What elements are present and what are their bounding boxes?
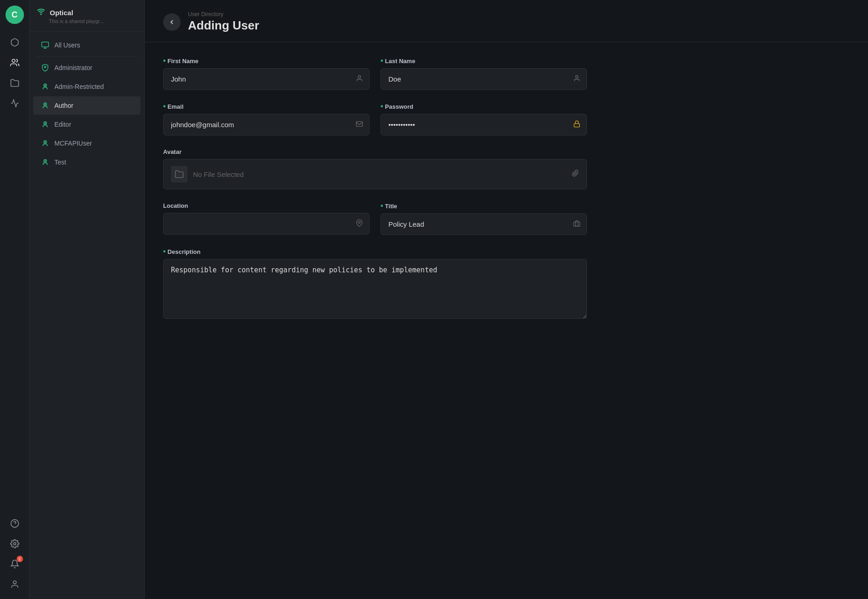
- sidebar-item-author[interactable]: Author: [33, 96, 141, 115]
- folder-upload-icon: [171, 166, 188, 182]
- svg-point-11: [45, 104, 46, 105]
- test-icon: [41, 158, 50, 167]
- avatar-group: Avatar No File Selected: [163, 148, 587, 189]
- editor-icon: [41, 120, 50, 129]
- password-group: • Password: [381, 103, 587, 135]
- all-users-label: All Users: [54, 41, 80, 49]
- title-label: • Title: [381, 202, 587, 210]
- last-name-input-wrap: [381, 68, 587, 90]
- notification-bell[interactable]: 2: [6, 555, 24, 573]
- svg-point-9: [45, 85, 46, 86]
- no-file-text: No File Selected: [193, 170, 566, 178]
- folder-icon[interactable]: [6, 74, 24, 92]
- svg-point-4: [13, 581, 16, 584]
- back-button[interactable]: [163, 13, 181, 31]
- sidebar: Optical This is a shared playgr... All U…: [29, 0, 145, 599]
- avatar-upload[interactable]: No File Selected: [163, 159, 587, 189]
- form-body: • First Name • Last Name: [145, 42, 605, 346]
- administrator-label: Administrator: [54, 64, 92, 71]
- icon-rail: C: [0, 0, 29, 599]
- description-row: • Description Responsible for content re…: [163, 248, 587, 319]
- header-text: User Directory Adding User: [188, 11, 259, 33]
- description-group: • Description Responsible for content re…: [163, 248, 587, 319]
- first-name-group: • First Name: [163, 57, 369, 90]
- first-name-input[interactable]: [163, 68, 369, 90]
- first-name-input-wrap: [163, 68, 369, 90]
- location-input[interactable]: [163, 213, 369, 235]
- svg-point-3: [13, 543, 16, 545]
- administrator-icon: [41, 63, 50, 72]
- app-logo[interactable]: C: [6, 6, 24, 24]
- chart-icon[interactable]: [6, 94, 24, 112]
- brand-subtitle: This is a shared playgr...: [37, 18, 137, 24]
- box-icon[interactable]: [6, 33, 24, 52]
- page-title: Adding User: [188, 18, 259, 33]
- sidebar-item-mcfapiuser[interactable]: MCFAPIUser: [33, 134, 141, 153]
- avatar-label: Avatar: [163, 148, 587, 155]
- sidebar-item-test[interactable]: Test: [33, 153, 141, 171]
- mcfapiuser-icon: [41, 139, 50, 148]
- title-group: • Title: [381, 202, 587, 235]
- title-input-wrap: [381, 213, 587, 235]
- sidebar-item-admin-restricted[interactable]: Admin-Restricted: [33, 77, 141, 96]
- title-input[interactable]: [381, 213, 587, 235]
- description-textarea[interactable]: Responsible for content regarding new po…: [163, 259, 587, 319]
- name-row: • First Name • Last Name: [163, 57, 587, 90]
- last-name-label: • Last Name: [381, 57, 587, 65]
- brand-name: Optical: [50, 9, 73, 17]
- page-header: User Directory Adding User: [145, 0, 868, 42]
- svg-point-17: [45, 160, 46, 162]
- wifi-icon: [37, 7, 45, 18]
- all-users-icon: [41, 41, 50, 50]
- location-label: Location: [163, 202, 369, 209]
- password-input[interactable]: [381, 114, 587, 135]
- users-icon[interactable]: [6, 53, 24, 72]
- clip-icon: [572, 170, 579, 179]
- svg-point-5: [41, 14, 41, 15]
- location-input-wrap: [163, 213, 369, 235]
- last-name-group: • Last Name: [381, 57, 587, 90]
- password-label: • Password: [381, 103, 587, 110]
- description-label: • Description: [163, 248, 587, 255]
- sidebar-separator: [37, 56, 137, 57]
- email-group: • Email: [163, 103, 369, 135]
- location-group: Location: [163, 202, 369, 235]
- test-label: Test: [54, 159, 66, 166]
- breadcrumb: User Directory: [188, 11, 259, 18]
- avatar-row: Avatar No File Selected: [163, 148, 587, 189]
- email-input-wrap: [163, 114, 369, 135]
- author-icon: [41, 101, 50, 110]
- sidebar-item-all-users[interactable]: All Users: [33, 36, 141, 54]
- notification-badge: 2: [17, 556, 23, 562]
- sidebar-section: All Users Administrator Admin-Restricted: [29, 32, 144, 176]
- sidebar-item-administrator[interactable]: Administrator: [33, 59, 141, 77]
- settings-icon[interactable]: [6, 534, 24, 553]
- svg-point-7: [44, 66, 47, 68]
- svg-point-15: [45, 141, 46, 143]
- sidebar-item-editor[interactable]: Editor: [33, 115, 141, 134]
- mcfapiuser-label: MCFAPIUser: [54, 140, 92, 147]
- svg-point-13: [45, 123, 46, 124]
- editor-label: Editor: [54, 121, 71, 128]
- admin-restricted-label: Admin-Restricted: [54, 83, 104, 90]
- last-name-input[interactable]: [381, 68, 587, 90]
- password-input-wrap: [381, 114, 587, 135]
- location-title-row: Location • Title: [163, 202, 587, 235]
- sidebar-header: Optical This is a shared playgr...: [29, 0, 144, 32]
- main-content: User Directory Adding User • First Name: [145, 0, 868, 599]
- email-input[interactable]: [163, 114, 369, 135]
- email-label: • Email: [163, 103, 369, 110]
- credentials-row: • Email • Password: [163, 103, 587, 135]
- svg-rect-6: [42, 42, 49, 47]
- help-icon[interactable]: [6, 514, 24, 533]
- admin-restricted-icon: [41, 82, 50, 91]
- first-name-label: • First Name: [163, 57, 369, 65]
- svg-point-0: [12, 59, 15, 63]
- profile-icon[interactable]: [6, 575, 24, 593]
- author-label: Author: [54, 102, 73, 109]
